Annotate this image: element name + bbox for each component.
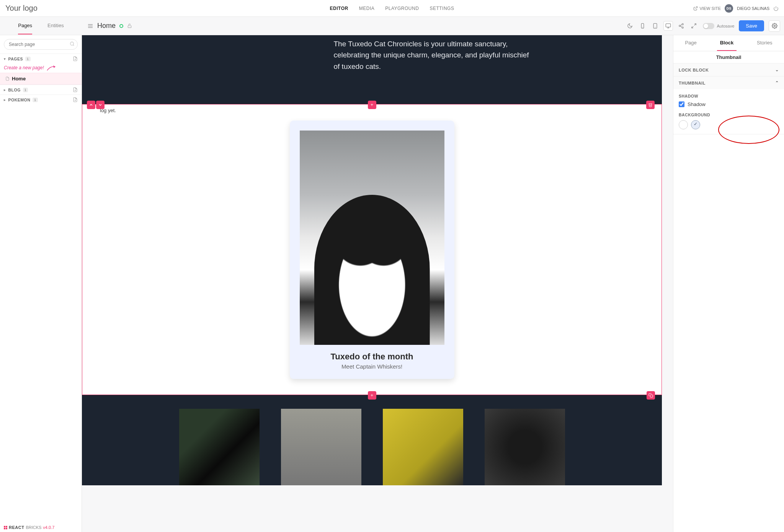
add-page-icon[interactable] (73, 56, 78, 61)
avatar[interactable]: DS (725, 4, 733, 13)
gallery-image[interactable] (485, 409, 565, 485)
add-page-icon[interactable] (73, 87, 78, 92)
lock-block-section[interactable]: LOCK BLOCK ⌄ (673, 64, 784, 76)
device-phone-icon[interactable] (638, 21, 647, 31)
gallery-block[interactable]: + (82, 395, 662, 485)
thumbnail-title[interactable]: Tuxedo of the month (300, 352, 444, 362)
brand-name-2: BRICKS (26, 525, 41, 530)
svg-line-0 (695, 7, 697, 9)
tree-section-pages[interactable]: ▾ PAGES 1 (0, 54, 82, 64)
gallery-image[interactable] (179, 409, 260, 485)
svg-point-20 (774, 25, 775, 27)
tree-pages-count: 1 (25, 57, 31, 61)
power-icon[interactable] (773, 6, 779, 11)
shadow-checkbox-row[interactable]: Shadow (679, 101, 779, 107)
svg-rect-29 (650, 395, 653, 398)
thumbnail-subtitle[interactable]: Meet Captain Whiskers! (300, 363, 444, 370)
fullscreen-icon[interactable] (689, 21, 698, 31)
add-block-button[interactable]: + (368, 391, 376, 400)
thumbnail-image[interactable] (300, 131, 444, 345)
svg-line-18 (694, 24, 696, 25)
page-title: Home (97, 22, 116, 30)
gallery-image[interactable] (281, 409, 361, 485)
create-page-hint: Create a new page! (0, 64, 82, 73)
thumbnail-card[interactable]: Tuxedo of the month Meet Captain Whisker… (290, 121, 454, 379)
lock-block-label: LOCK BLOCK (679, 68, 709, 72)
gallery-image[interactable] (383, 409, 463, 485)
top-nav: EDITOR MEDIA PLAYGROUND SETTINGS (330, 6, 454, 11)
tree-blog-count: 1 (23, 88, 28, 92)
nav-media[interactable]: MEDIA (359, 6, 375, 11)
dark-mode-icon[interactable] (626, 21, 634, 31)
background-swatch-white[interactable] (679, 120, 688, 129)
tree-section-pokemon[interactable]: ▸ POKEMON 1 (0, 95, 82, 104)
svg-line-19 (692, 26, 693, 28)
add-page-icon[interactable] (73, 97, 78, 102)
svg-rect-5 (128, 26, 131, 28)
right-tab-stories[interactable]: Stories (754, 35, 775, 51)
topbar: Your logo EDITOR MEDIA PLAYGROUND SETTIN… (0, 0, 784, 17)
delete-block-button[interactable] (646, 101, 655, 109)
search-icon (70, 41, 75, 46)
settings-button[interactable] (769, 20, 780, 32)
duplicate-block-button[interactable] (647, 391, 655, 400)
add-block-button[interactable]: + (368, 101, 376, 109)
svg-line-22 (73, 45, 74, 46)
sidebar-right: Page Block Stories Thumbnail LOCK BLOCK … (673, 35, 784, 532)
brand-version: v4.0.7 (43, 525, 54, 530)
thumbnail-block[interactable]: + log yet. Tuxedo of the month Meet Capt… (82, 104, 662, 395)
brand-name-1: REACT (9, 525, 24, 530)
lock-icon[interactable] (127, 23, 132, 28)
tab-entities[interactable]: Entities (47, 17, 64, 34)
canvas[interactable]: The Tuxedo Cat Chronicles is your ultima… (82, 35, 673, 532)
search-input[interactable] (4, 39, 78, 50)
toolbar: Pages Entities Home Aut (0, 17, 784, 35)
svg-rect-10 (666, 24, 671, 27)
shadow-checkbox[interactable] (679, 101, 684, 107)
shadow-checkbox-label: Shadow (688, 101, 706, 107)
tree-pokemon-count: 1 (33, 98, 38, 102)
autosave-toggle[interactable] (703, 23, 714, 29)
device-tablet-icon[interactable] (651, 21, 660, 31)
tree-pages-label: PAGES (8, 57, 23, 61)
save-button[interactable]: Save (739, 20, 764, 31)
username: DIEGO SALINAS (737, 6, 769, 11)
block-name-heading: Thumbnail (673, 51, 784, 64)
shadow-label: SHADOW (679, 94, 779, 98)
thumbnail-section[interactable]: THUMBNAIL ⌃ (673, 77, 784, 89)
nav-settings[interactable]: SETTINGS (430, 6, 454, 11)
sidebar-left: ▾ PAGES 1 Create a new page! Home (0, 35, 82, 532)
tree-blog-label: BLOG (8, 88, 21, 92)
chevron-down-icon: ▾ (4, 57, 6, 61)
footer-brand: REACTBRICKS v4.0.7 (4, 525, 54, 530)
right-tab-block[interactable]: Block (717, 35, 737, 51)
background-label: BACKGROUND (679, 113, 779, 117)
page-row-home[interactable]: Home (0, 73, 82, 85)
gear-icon (772, 23, 777, 29)
brand-logo-icon (4, 526, 7, 529)
share-icon[interactable] (677, 21, 686, 31)
nav-editor[interactable]: EDITOR (330, 6, 348, 11)
chevron-up-icon: ⌃ (775, 80, 779, 85)
nav-playground[interactable]: PLAYGROUND (385, 6, 419, 11)
view-site-link[interactable]: VIEW SITE (693, 6, 721, 11)
chevron-right-icon: ▸ (4, 88, 6, 92)
svg-line-16 (681, 26, 682, 27)
right-tab-page[interactable]: Page (682, 35, 699, 51)
chevron-right-icon: ▸ (4, 98, 6, 102)
tree-section-blog[interactable]: ▸ BLOG 1 (0, 85, 82, 95)
move-up-button[interactable] (87, 101, 95, 109)
device-desktop-icon[interactable] (663, 21, 673, 31)
arrow-swoosh-icon (46, 64, 57, 71)
hero-block[interactable]: The Tuxedo Cat Chronicles is your ultima… (82, 35, 662, 104)
tab-pages[interactable]: Pages (18, 17, 32, 34)
page-row-home-label: Home (12, 76, 26, 82)
background-swatch-light[interactable] (691, 120, 700, 129)
svg-point-13 (682, 23, 684, 25)
file-icon (5, 77, 10, 81)
svg-point-14 (679, 25, 681, 27)
external-link-icon (693, 6, 698, 11)
hamburger-icon[interactable] (87, 23, 93, 29)
svg-line-17 (681, 24, 682, 25)
logo: Your logo (5, 4, 38, 13)
